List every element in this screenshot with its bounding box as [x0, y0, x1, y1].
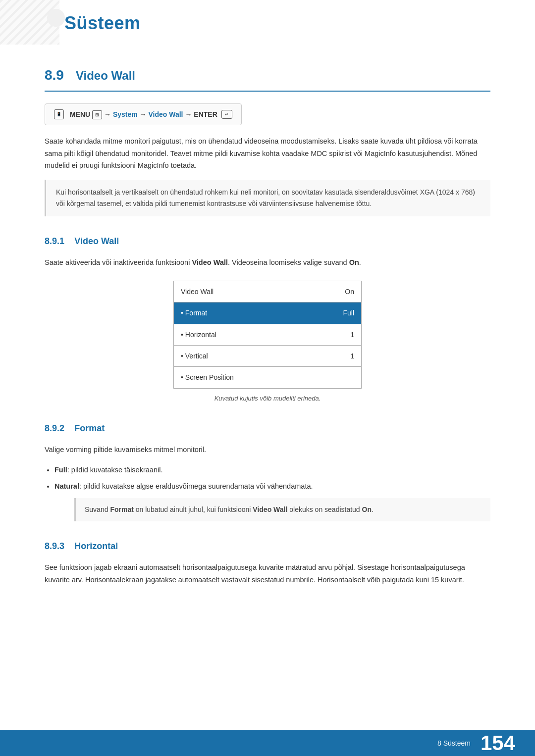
- menu-path-box: 📱 MENU ⊞ → System → Video Wall → ENTER ↵: [45, 103, 242, 125]
- full-colon: :: [67, 466, 71, 474]
- footer-section-label: 8 Süsteem: [437, 738, 471, 749]
- menu-table-container: Video Wall On • Format Full • Horizontal…: [45, 281, 490, 404]
- section-8-9-1-number: 8.9.1: [45, 236, 64, 246]
- list-item-full: Full: pildid kuvatakse täisekraanil.: [54, 464, 490, 476]
- section-8-9-1-title: Video Wall: [74, 236, 119, 246]
- full-text: pildid kuvatakse täisekraanil.: [71, 466, 163, 474]
- row-label-format: • Format: [174, 302, 310, 324]
- section-8-9-title: Video Wall: [76, 66, 135, 85]
- row-value-full: Full: [310, 302, 362, 324]
- system-label: System: [113, 110, 138, 118]
- section-8-9-2-title: Format: [74, 423, 105, 433]
- video-wall-bold: Video Wall: [192, 258, 228, 266]
- grid-icon: ⊞: [92, 110, 102, 119]
- arrow3: →: [185, 110, 192, 118]
- row-label-vertical: • Vertical: [174, 345, 310, 366]
- table-row: • Horizontal 1: [174, 324, 362, 345]
- video-wall-menu-table: Video Wall On • Format Full • Horizontal…: [173, 281, 362, 389]
- section-8-9-header: 8.9 Video Wall: [45, 64, 490, 92]
- table-row: • Screen Position: [174, 367, 362, 388]
- table-row: Video Wall On: [174, 281, 362, 302]
- section-8-9-1-header: 8.9.1 Video Wall: [45, 234, 490, 249]
- page-container: Süsteem 8.9 Video Wall 📱 MENU ⊞ → System…: [0, 0, 535, 756]
- format-bold: Format: [110, 505, 133, 513]
- arrow1: →: [104, 110, 111, 118]
- arrow2: →: [140, 110, 147, 118]
- page-title: Süsteem: [64, 9, 141, 38]
- footer-page-number: 154: [481, 733, 515, 754]
- menu-table-wrapper: Video Wall On • Format Full • Horizontal…: [173, 281, 362, 404]
- full-term: Full: [54, 466, 67, 474]
- video-wall-bold2: Video Wall: [253, 505, 287, 513]
- menu-label: MENU: [70, 110, 90, 118]
- row-value-vertical: 1: [310, 345, 362, 366]
- section-8-9-1-body: Saate aktiveerida või inaktiveerida funk…: [45, 256, 490, 269]
- section-8-9-body: Saate kohandada mitme monitori paigutust…: [45, 135, 490, 172]
- remote-control-icon: 📱: [54, 109, 64, 119]
- on-bold: On: [349, 258, 359, 266]
- section-8-9-2-header: 8.9.2 Format: [45, 421, 490, 436]
- row-label-horizontal: • Horizontal: [174, 324, 310, 345]
- table-row-highlighted: • Format Full: [174, 302, 362, 324]
- section-8-9-3-number: 8.9.3: [45, 541, 64, 551]
- section-8-9-3-body: See funktsioon jagab ekraani automaatsel…: [45, 561, 490, 586]
- section-8-9-3-title: Horizontal: [74, 541, 118, 551]
- natural-term: Natural: [54, 482, 79, 490]
- natural-text: pildid kuvatakse algse eraldusvõimega su…: [83, 482, 313, 490]
- video-wall-label: Video Wall: [149, 110, 183, 118]
- row-value-screen-position: [310, 367, 362, 388]
- footer: 8 Süsteem 154: [0, 730, 535, 756]
- header-area: Süsteem: [0, 0, 535, 45]
- menu-path-text: MENU ⊞ → System → Video Wall → ENTER: [70, 109, 217, 120]
- section-8-9-2-body: Valige vorming piltide kuvamiseks mitmel…: [45, 444, 490, 456]
- on-bold2: On: [362, 505, 372, 513]
- natural-colon: :: [79, 482, 83, 490]
- row-label-screen-position: • Screen Position: [174, 367, 310, 388]
- row-label-video-wall: Video Wall: [174, 281, 310, 302]
- format-bullet-list: Full: pildid kuvatakse täisekraanil. Nat…: [54, 464, 490, 492]
- header-circle-decoration: [47, 9, 65, 27]
- enter-label: ENTER: [194, 110, 217, 118]
- enter-icon: ↵: [221, 110, 232, 119]
- header-title-area: Süsteem: [64, 9, 141, 38]
- section-8-9-3-header: 8.9.3 Horizontal: [45, 539, 490, 554]
- section-8-9-note: Kui horisontaalselt ja vertikaalselt on …: [45, 180, 490, 216]
- content-area: 8.9 Video Wall 📱 MENU ⊞ → System → Video…: [0, 45, 535, 613]
- note-text: Kui horisontaalselt ja vertikaalselt on …: [56, 188, 475, 207]
- row-value-horizontal: 1: [310, 324, 362, 345]
- menu-caption: Kuvatud kujutis võib mudeliti erineda.: [173, 394, 362, 404]
- section-8-9-number: 8.9: [45, 64, 64, 87]
- table-row: • Vertical 1: [174, 345, 362, 366]
- row-value-on: On: [310, 281, 362, 302]
- format-inline-note: Suvand Format on lubatud ainult juhul, k…: [74, 498, 490, 521]
- list-item-natural: Natural: pildid kuvatakse algse eraldusv…: [54, 480, 490, 493]
- section-8-9-2-number: 8.9.2: [45, 423, 64, 433]
